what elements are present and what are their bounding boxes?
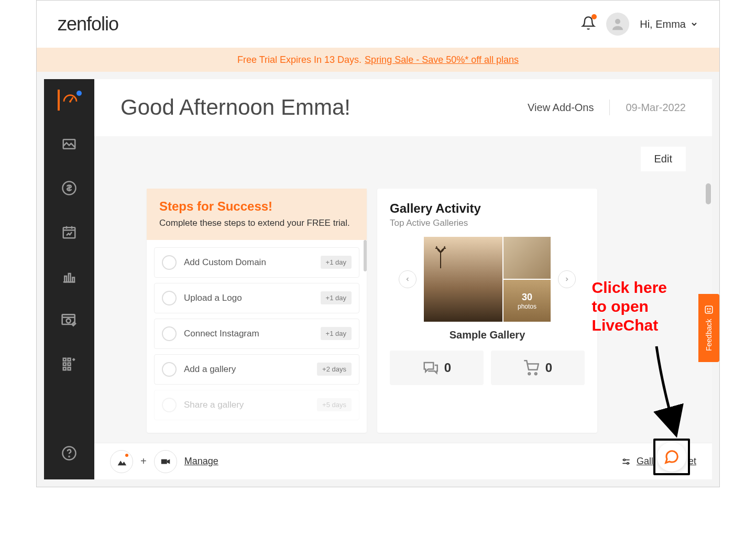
svg-point-0: [615, 19, 620, 24]
content-scrollbar[interactable]: [706, 183, 711, 204]
step-checkbox[interactable]: [162, 255, 177, 270]
svg-point-17: [69, 456, 69, 457]
svg-rect-5: [64, 276, 67, 282]
smiley-icon: [704, 305, 714, 314]
step-checkbox[interactable]: [162, 291, 177, 305]
edit-button[interactable]: Edit: [641, 147, 686, 171]
svg-rect-12: [63, 363, 66, 366]
gallery-title: Gallery Activity: [390, 201, 585, 216]
banner-link[interactable]: Spring Sale - Save 50%* off all plans: [365, 54, 519, 65]
plus-label: +: [140, 455, 147, 467]
top-header: zenfolio Hi, Emma: [37, 1, 719, 48]
photo-upload-button[interactable]: [110, 450, 133, 473]
chat-icon: [664, 449, 680, 465]
step-item[interactable]: Add a gallery +2 days: [154, 354, 359, 385]
comment-icon: [422, 360, 438, 376]
thumb-count: 30 photos: [503, 280, 551, 322]
page-greeting: Good Afternoon Emma!: [120, 95, 350, 120]
thumb-large: [424, 237, 502, 322]
user-icon: [610, 16, 626, 32]
step-label: Upload a Logo: [184, 293, 242, 303]
step-badge: +1 day: [321, 291, 352, 304]
carousel-prev[interactable]: [399, 270, 417, 288]
help-icon: [61, 445, 77, 461]
bar-chart-icon: [61, 268, 77, 284]
notifications-button[interactable]: [581, 15, 596, 33]
sidebar-item-dashboard[interactable]: [58, 90, 79, 111]
svg-rect-13: [68, 363, 71, 366]
steps-list: Add Custom Domain +1 day Upload a Logo +…: [147, 240, 367, 433]
gallery-card: Gallery Activity Top Active Galleries: [377, 189, 597, 433]
step-label: Add a gallery: [184, 364, 236, 375]
user-menu[interactable]: Hi, Emma: [640, 18, 698, 30]
sidebar-item-apps[interactable]: [59, 354, 80, 375]
gallery-thumbs[interactable]: 30 photos: [424, 237, 551, 322]
svg-point-21: [623, 459, 625, 461]
carousel-next[interactable]: [558, 270, 576, 288]
step-item[interactable]: Share a gallery +5 days: [154, 390, 359, 420]
banner-text: Free Trial Expires In 13 Days.: [237, 54, 361, 65]
sidebar-item-help[interactable]: [59, 443, 80, 464]
annotation-line2: to open: [592, 297, 667, 316]
step-checkbox[interactable]: [162, 398, 177, 412]
divider: [609, 100, 610, 115]
palm-tree-icon: [434, 242, 447, 268]
svg-rect-7: [72, 278, 74, 282]
photo-count-label: photos: [518, 303, 536, 310]
sidebar-item-calendar[interactable]: [59, 222, 80, 243]
current-date: 09-Mar-2022: [626, 102, 686, 114]
annotation-text: Click here to open LiveChat: [592, 278, 667, 335]
view-addons-link[interactable]: View Add-Ons: [528, 102, 594, 114]
step-label: Connect Instagram: [184, 329, 259, 339]
browser-edit-icon: [61, 312, 78, 329]
avatar[interactable]: [606, 13, 629, 36]
cart-icon: [523, 360, 539, 376]
feedback-tab[interactable]: Feedback: [698, 294, 719, 362]
steps-header: Steps for Success! Complete these steps …: [147, 189, 367, 240]
stats-row: 0 0: [390, 351, 585, 385]
svg-point-1: [69, 101, 71, 103]
step-item[interactable]: Upload a Logo +1 day: [154, 283, 359, 313]
video-upload-button[interactable]: [154, 450, 177, 473]
step-item[interactable]: Add Custom Domain +1 day: [154, 247, 359, 278]
gallery-carousel: 30 photos: [390, 237, 585, 322]
manage-link[interactable]: Manage: [184, 456, 218, 467]
step-label: Add Custom Domain: [184, 257, 266, 268]
gallery-subtitle: Top Active Galleries: [390, 218, 585, 228]
steps-card: Steps for Success! Complete these steps …: [147, 189, 367, 433]
svg-rect-23: [705, 307, 713, 314]
svg-rect-6: [69, 274, 71, 282]
svg-rect-10: [63, 358, 66, 361]
svg-rect-14: [63, 367, 66, 370]
stat-cart[interactable]: 0: [491, 351, 585, 385]
svg-rect-20: [161, 459, 167, 464]
step-checkbox[interactable]: [162, 362, 177, 377]
feedback-label: Feedback: [705, 319, 713, 351]
chevron-down-icon: [690, 20, 698, 28]
stat-comments[interactable]: 0: [390, 351, 484, 385]
upload-dot: [125, 454, 128, 457]
svg-point-24: [707, 309, 708, 310]
sliders-icon: [621, 456, 631, 467]
header-right: Hi, Emma: [581, 13, 698, 36]
photo-count: 30: [522, 292, 532, 303]
sidebar-item-pricing[interactable]: [59, 178, 80, 199]
sidebar-item-galleries[interactable]: [59, 134, 80, 155]
steps-subtitle: Complete these steps to extend your FREE…: [159, 217, 354, 229]
step-checkbox[interactable]: [162, 326, 177, 341]
content-header: Good Afternoon Emma! View Add-Ons 09-Mar…: [94, 79, 712, 136]
steps-scrollbar[interactable]: [364, 240, 367, 271]
calendar-icon: [61, 224, 77, 240]
trial-banner: Free Trial Expires In 13 Days. Spring Sa…: [37, 48, 719, 72]
sidebar-item-analytics[interactable]: [59, 266, 80, 287]
annotation-line1: Click here: [592, 278, 667, 297]
step-badge: +1 day: [321, 256, 352, 269]
svg-rect-11: [68, 358, 71, 361]
sidebar-item-website[interactable]: [59, 310, 80, 331]
step-item[interactable]: Connect Instagram +1 day: [154, 319, 359, 349]
step-badge: +2 days: [317, 363, 352, 376]
grid-plus-icon: [61, 356, 77, 372]
livechat-button[interactable]: [657, 442, 686, 472]
chevron-right-icon: [564, 276, 570, 282]
video-icon: [160, 456, 171, 467]
